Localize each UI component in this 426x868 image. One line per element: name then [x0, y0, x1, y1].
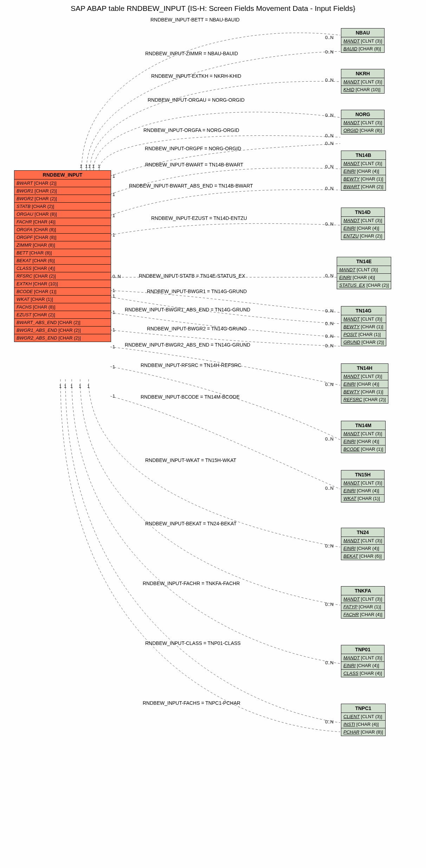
- relationship-label: RNDBEW_INPUT-RFSRC = TN14H-REFSRC: [141, 362, 241, 368]
- cardinality-label: 1: [112, 344, 115, 349]
- relationship-label: RNDBEW_INPUT-ORGAU = NORG-ORGID: [148, 97, 245, 103]
- field-row: BWGR2 [CHAR (2)]: [14, 195, 111, 203]
- field-row: FACHS [CHAR (8)]: [14, 303, 111, 311]
- cardinality-label: 0..N: [325, 186, 334, 191]
- cardinality-label: 1: [112, 327, 115, 332]
- entity-tnpc1: TNPC1CLIENT [CLNT (3)]INSTI [CHAR (4)]PC…: [341, 704, 386, 736]
- cardinality-label: 0..N: [325, 221, 334, 227]
- field-row: ORGID [CHAR (8)]: [341, 127, 384, 134]
- relationship-label: RNDBEW_INPUT-FACHR = TNKFA-FACHR: [143, 581, 240, 586]
- entity-tn14m: TN14MMANDT [CLNT (3)]EINRI [CHAR (4)]BCO…: [341, 421, 386, 453]
- entity-header: TNPC1: [341, 704, 385, 713]
- entity-header: NKRH: [341, 69, 384, 78]
- relationship-label: RNDBEW_INPUT-CLASS = TNP01-CLASS: [145, 640, 241, 646]
- cardinality-label: 1: [70, 384, 73, 389]
- diagram-title: SAP ABAP table RNDBEW_INPUT {IS-H: Scree…: [71, 4, 355, 13]
- relationship-label: RNDBEW_INPUT-EXTKH = NKRH-KHID: [151, 73, 241, 79]
- cardinality-label: 1: [112, 232, 115, 237]
- entity-nkrh: NKRHMANDT [CLNT (3)]KHID [CHAR (10)]: [341, 69, 385, 94]
- cardinality-label: 0..N: [325, 49, 334, 55]
- cardinality-label: 0..N: [325, 543, 334, 549]
- entity-header: TNKFA: [341, 587, 385, 595]
- cardinality-label: 0..N: [325, 343, 334, 348]
- field-row: MANDT [CLNT (3)]: [341, 595, 385, 603]
- field-row: MANDT [CLNT (3)]: [341, 430, 385, 438]
- relationship-label: RNDBEW_INPUT-BWGR2_ABS_END = TN14G-GRUND: [125, 342, 250, 348]
- entity-tn24: TN24MANDT [CLNT (3)]EINRI [CHAR (4)]BEKA…: [341, 528, 385, 560]
- entity-tnp01: TNP01MANDT [CLNT (3)]EINRI [CHAR (4)]CLA…: [341, 645, 385, 677]
- field-row: CLIENT [CLNT (3)]: [341, 713, 385, 721]
- field-row: BEKAT [CHAR (6)]: [341, 552, 384, 560]
- relationship-label: RNDBEW_INPUT-BWGR1_ABS_END = TN14G-GRUND: [125, 307, 250, 312]
- field-row: BCODE [CHAR (1)]: [14, 288, 111, 296]
- field-row: BWART [CHAR (2)]: [341, 183, 386, 190]
- entity-tn14d: TN14DMANDT [CLNT (3)]EINRI [CHAR (4)]ENT…: [341, 208, 385, 240]
- field-row: MANDT [CLNT (3)]: [341, 479, 384, 487]
- entity-header: TN24: [341, 528, 384, 537]
- field-row: BAUID [CHAR (8)]: [341, 45, 384, 52]
- field-row: MANDT [CLNT (3)]: [341, 37, 384, 45]
- field-row: EINRI [CHAR (4)]: [341, 487, 384, 495]
- field-row: MANDT [CLNT (3)]: [341, 119, 384, 127]
- relationship-label: RNDBEW_INPUT-WKAT = TN15H-WKAT: [145, 457, 236, 463]
- cardinality-label: 1: [79, 384, 81, 389]
- cardinality-label: 0..N: [325, 133, 334, 138]
- cardinality-label: 0..N: [325, 334, 334, 339]
- cardinality-label: 1: [112, 393, 115, 399]
- field-row: BEKAT [CHAR (6)]: [14, 257, 111, 265]
- field-row: EINRI [CHAR (4)]: [341, 438, 385, 445]
- field-row: CLASS [CHAR (4)]: [14, 265, 111, 272]
- relationship-label: RNDBEW_INPUT-BWART_ABS_END = TN14B-BWART: [129, 183, 253, 189]
- field-row: BEWTY [CHAR (1)]: [341, 388, 388, 396]
- field-row: STATUS_EX [CHAR (2)]: [337, 281, 391, 289]
- field-row: BWGR1_ABS_END [CHAR (2)]: [14, 327, 111, 334]
- cardinality-label: 0..N: [325, 719, 334, 724]
- field-row: ORGPF [CHAR (8)]: [14, 234, 111, 241]
- field-row: EINRI [CHAR (4)]: [341, 662, 384, 670]
- field-row: ZIMMR [CHAR (8)]: [14, 241, 111, 249]
- entity-tn14b: TN14BMANDT [CLNT (3)]EINRI [CHAR (4)]BEW…: [341, 151, 386, 191]
- cardinality-label: 1: [112, 364, 115, 369]
- field-row: MANDT [CLNT (3)]: [341, 160, 386, 167]
- field-row: WKAT [CHAR (1)]: [341, 495, 384, 502]
- field-row: MANDT [CLNT (3)]: [341, 654, 384, 662]
- field-row: EINRI [CHAR (4)]: [341, 380, 388, 388]
- field-row: BWART_ABS_END [CHAR (2)]: [14, 319, 111, 327]
- relationship-label: RNDBEW_INPUT-EZUST = TN14D-ENTZU: [151, 215, 247, 221]
- relationship-label: RNDBEW_INPUT-ORGFA = NORG-ORGID: [143, 127, 239, 133]
- cardinality-label: 0..N: [325, 35, 334, 40]
- field-row: ORGAU [CHAR (8)]: [14, 210, 111, 218]
- field-row: REFSRC [CHAR (2)]: [341, 396, 388, 403]
- field-row: BWART [CHAR (2)]: [14, 179, 111, 187]
- field-row: EZUST [CHAR (2)]: [14, 311, 111, 319]
- cardinality-label: 0..N: [112, 274, 121, 279]
- relationship-label: RNDBEW_INPUT-BEKAT = TN24-BEKAT: [145, 521, 237, 526]
- field-row: ENTZU [CHAR (2)]: [341, 232, 385, 240]
- field-row: PCHAR [CHAR (8)]: [341, 728, 385, 736]
- cardinality-label: 0..N: [325, 164, 334, 169]
- cardinality-label: 1: [88, 164, 91, 169]
- cardinality-label: 1: [112, 213, 115, 218]
- entity-header: TN15H: [341, 470, 384, 479]
- field-row: BEWTY [CHAR (1)]: [341, 175, 386, 183]
- cardinality-label: 1: [112, 288, 115, 293]
- field-row: MANDT [CLNT (3)]: [341, 315, 386, 323]
- field-row: MANDT [CLNT (3)]: [341, 217, 385, 224]
- cardinality-label: 0..N: [325, 660, 334, 665]
- entity-header: TN14E: [337, 257, 391, 266]
- field-row: EINRI [CHAR (4)]: [341, 545, 384, 552]
- entity-header: NBAU: [341, 28, 384, 37]
- relationship-label: RNDBEW_INPUT-STATB = TN14E-STATUS_EX: [139, 273, 245, 279]
- cardinality-label: 0..N: [325, 77, 334, 83]
- field-row: FATYP [CHAR (1)]: [341, 603, 385, 611]
- field-row: GRUND [CHAR (2)]: [341, 338, 386, 346]
- field-row: BWGR1 [CHAR (2)]: [14, 187, 111, 195]
- entity-tn15h: TN15HMANDT [CLNT (3)]EINRI [CHAR (4)]WKA…: [341, 470, 385, 502]
- cardinality-label: 0..N: [325, 113, 334, 118]
- entity-header: TN14B: [341, 151, 386, 160]
- entity-header: RNDBEW_INPUT: [14, 171, 111, 179]
- field-row: BWGR2_ABS_END [CHAR (2)]: [14, 334, 111, 342]
- field-row: MANDT [CLNT (3)]: [341, 78, 384, 86]
- field-row: BCODE [CHAR (1)]: [341, 445, 385, 453]
- entity-header: TN14H: [341, 364, 388, 373]
